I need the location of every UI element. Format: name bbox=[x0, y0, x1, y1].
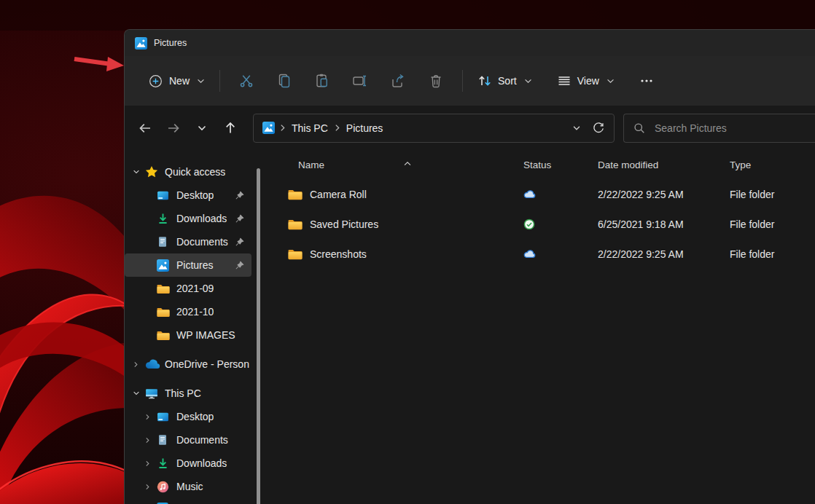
copy-button[interactable] bbox=[265, 67, 303, 95]
arrow-left-icon bbox=[138, 121, 152, 135]
chevron-right-icon bbox=[335, 124, 340, 132]
music-icon bbox=[157, 481, 169, 493]
chevron-down-icon bbox=[572, 123, 582, 133]
sidebar-item-wp-images[interactable]: WP IMAGES bbox=[125, 323, 251, 347]
sort-ascending-caret-icon bbox=[403, 161, 412, 166]
view-list-icon bbox=[557, 74, 572, 88]
ellipsis-icon bbox=[639, 74, 654, 88]
sidebar-item-2021-09[interactable]: 2021-09 bbox=[125, 277, 251, 300]
paste-button[interactable] bbox=[303, 67, 341, 95]
recent-locations-button[interactable] bbox=[190, 117, 214, 140]
column-header-type[interactable]: Type bbox=[719, 160, 815, 170]
file-row-screenshots[interactable]: Screenshots 2/22/2022 9:25 AM File folde… bbox=[262, 239, 815, 269]
folder-icon bbox=[288, 189, 303, 200]
star-icon bbox=[145, 165, 158, 178]
chevron-right-icon bbox=[280, 124, 285, 132]
folder-icon bbox=[157, 307, 170, 318]
folder-icon bbox=[157, 330, 170, 341]
sidebar-scrollbar[interactable] bbox=[257, 168, 260, 504]
sidebar-item-this-pc[interactable]: This PC bbox=[125, 382, 251, 405]
up-button[interactable] bbox=[219, 117, 242, 140]
folder-icon bbox=[288, 218, 303, 230]
chevron-down-icon bbox=[197, 79, 205, 84]
more-options-button[interactable] bbox=[632, 68, 661, 93]
sidebar-item-quick-access[interactable]: Quick access bbox=[125, 160, 251, 184]
sort-button[interactable]: Sort bbox=[470, 68, 539, 93]
pin-icon bbox=[235, 191, 244, 200]
column-header-row: Name Status Date modified Type bbox=[262, 150, 815, 179]
file-name: Screenshots bbox=[310, 248, 367, 260]
breadcrumb-pictures[interactable]: Pictures bbox=[345, 122, 385, 134]
back-button[interactable] bbox=[133, 117, 157, 140]
address-bar[interactable]: This PC Pictures bbox=[253, 114, 615, 143]
column-header-status[interactable]: Status bbox=[518, 160, 591, 170]
copy-icon bbox=[276, 73, 292, 89]
breadcrumb-this-pc[interactable]: This PC bbox=[290, 122, 329, 134]
file-type: File folder bbox=[719, 218, 815, 230]
sidebar-item-music-pc[interactable]: Music bbox=[125, 475, 251, 498]
explorer-content: Quick access Desktop Downloads Documents… bbox=[125, 150, 815, 504]
navigation-bar: This PC Pictures bbox=[125, 106, 815, 150]
paste-icon bbox=[314, 73, 330, 89]
share-icon bbox=[390, 73, 406, 89]
sidebar-item-pictures-quick[interactable]: Pictures bbox=[125, 253, 251, 277]
sort-button-label: Sort bbox=[498, 75, 517, 87]
folder-icon bbox=[157, 283, 170, 294]
cut-button[interactable] bbox=[227, 67, 265, 95]
scissors-icon bbox=[238, 73, 254, 89]
new-button[interactable]: New bbox=[141, 68, 212, 94]
onedrive-cloud-icon bbox=[145, 359, 160, 369]
share-button[interactable] bbox=[379, 67, 417, 95]
forward-button[interactable] bbox=[162, 117, 185, 140]
folder-icon bbox=[288, 248, 303, 260]
sidebar-section-gap bbox=[125, 347, 262, 353]
address-dropdown-button[interactable] bbox=[566, 117, 588, 139]
sidebar-item-2021-10[interactable]: 2021-10 bbox=[125, 300, 251, 323]
file-row-camera-roll[interactable]: Camera Roll 2/22/2022 9:25 AM File folde… bbox=[262, 179, 815, 209]
chevron-down-icon bbox=[607, 79, 615, 84]
rename-button[interactable] bbox=[341, 67, 379, 95]
search-icon bbox=[633, 122, 646, 135]
sidebar-item-desktop-pc[interactable]: Desktop bbox=[125, 405, 251, 428]
column-header-date-modified[interactable]: Date modified bbox=[591, 160, 719, 170]
chevron-right-icon bbox=[132, 361, 140, 369]
sidebar-item-documents-quick[interactable]: Documents bbox=[125, 230, 251, 253]
search-input[interactable] bbox=[655, 122, 786, 134]
column-header-name[interactable]: Name bbox=[262, 160, 518, 170]
delete-button[interactable] bbox=[417, 67, 455, 95]
file-name: Saved Pictures bbox=[310, 218, 378, 230]
sidebar-item-documents-pc[interactable]: Documents bbox=[125, 428, 251, 452]
sidebar-item-downloads-quick[interactable]: Downloads bbox=[125, 207, 251, 230]
pictures-location-icon bbox=[262, 122, 275, 134]
toolbar-separator bbox=[462, 70, 463, 92]
file-name: Camera Roll bbox=[310, 189, 367, 200]
chevron-down-icon bbox=[132, 168, 141, 176]
chevron-right-icon bbox=[144, 413, 152, 421]
arrow-up-icon bbox=[223, 121, 238, 135]
file-row-saved-pictures[interactable]: Saved Pictures 6/25/2021 9:18 AM File fo… bbox=[262, 209, 815, 239]
chevron-down-icon bbox=[196, 122, 208, 134]
synced-status-icon bbox=[523, 218, 535, 230]
title-bar[interactable]: Pictures bbox=[125, 30, 815, 56]
this-pc-icon bbox=[145, 387, 158, 400]
search-box[interactable] bbox=[623, 114, 815, 143]
window-title: Pictures bbox=[154, 38, 187, 48]
documents-icon bbox=[157, 236, 168, 248]
sidebar-item-onedrive[interactable]: OneDrive - Person bbox=[125, 353, 251, 376]
chevron-right-icon bbox=[144, 460, 152, 468]
file-type: File folder bbox=[719, 248, 815, 260]
sidebar-item-desktop-quick[interactable]: Desktop bbox=[125, 184, 251, 207]
pin-icon bbox=[235, 237, 244, 247]
rename-icon bbox=[352, 73, 368, 89]
toolbar-separator bbox=[219, 70, 220, 92]
desktop-icon bbox=[157, 189, 169, 202]
cloud-status-icon bbox=[523, 249, 537, 259]
navigation-pane: Quick access Desktop Downloads Documents… bbox=[125, 150, 262, 504]
sidebar-item-downloads-pc[interactable]: Downloads bbox=[125, 452, 251, 475]
view-button[interactable]: View bbox=[550, 68, 622, 93]
desktop-icon bbox=[157, 411, 169, 423]
file-date-modified: 2/22/2022 9:25 AM bbox=[591, 248, 719, 260]
refresh-button[interactable] bbox=[588, 117, 609, 139]
pictures-icon bbox=[157, 259, 169, 272]
trash-icon bbox=[428, 73, 444, 89]
